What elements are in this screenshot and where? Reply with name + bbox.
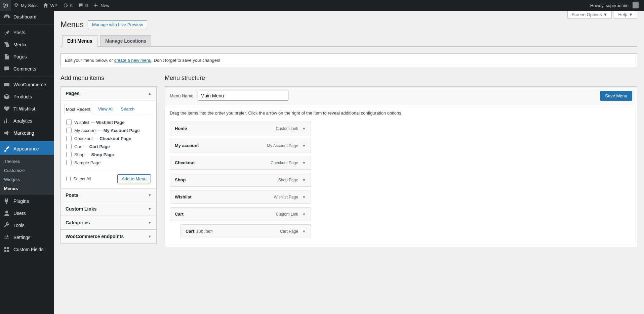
page-checklist-item[interactable]: Wishlist — Wishlist Page <box>66 118 151 126</box>
page-checklist-item[interactable]: Sample Page <box>66 159 151 167</box>
submenu-customize[interactable]: Customize <box>0 166 54 175</box>
pages-tabs: Most Recent View All Search <box>64 104 153 114</box>
menu-item[interactable]: My accountMy Account Page▼ <box>170 139 311 152</box>
comment-icon <box>78 3 83 8</box>
add-to-menu-button[interactable]: Add to Menu <box>117 174 151 183</box>
sidemenu-wishlist[interactable]: TI Wishlist <box>0 103 54 115</box>
admin-sidemenu: Dashboard Posts Media Pages Comments Woo… <box>0 11 54 314</box>
site-home[interactable]: WP <box>40 0 60 11</box>
submenu-themes[interactable]: Themes <box>0 157 54 166</box>
howdy[interactable]: Howdy, superadmin <box>588 0 641 11</box>
sidemenu-dashboard[interactable]: Dashboard <box>0 11 54 23</box>
wp-logo[interactable] <box>0 0 11 11</box>
page-checklist-item[interactable]: Checkout — Checkout Page <box>66 134 151 142</box>
tab-view-all[interactable]: View All <box>97 104 115 114</box>
chevron-down-icon[interactable]: ▼ <box>302 161 306 165</box>
sidemenu-woocommerce[interactable]: WooCommerce <box>0 77 54 91</box>
sidemenu-tools[interactable]: Tools <box>0 219 54 231</box>
box-icon <box>3 93 10 100</box>
tab-edit-menus[interactable]: Edit Menus <box>62 35 97 47</box>
plug-icon <box>3 198 10 205</box>
menu-item[interactable]: WishlistWishlist Page▼ <box>170 190 311 204</box>
menu-item[interactable]: Cartsub itemCart Page▼ <box>180 224 311 238</box>
chevron-down-icon[interactable]: ▼ <box>302 178 306 182</box>
menu-item[interactable]: ShopShop Page▼ <box>170 173 311 187</box>
page-checkbox[interactable] <box>66 144 72 149</box>
chevron-down-icon[interactable]: ▼ <box>302 195 306 199</box>
accordion-woocommerce-endpoints-toggle[interactable]: WooCommerce endpoints▼ <box>61 230 156 243</box>
sidemenu-plugins[interactable]: Plugins <box>0 195 54 207</box>
new-content[interactable]: New <box>90 0 112 11</box>
screen-options-toggle[interactable]: Screen Options ▼ <box>567 11 612 19</box>
grid-icon <box>3 246 10 253</box>
sliders-icon <box>3 234 10 241</box>
select-all[interactable]: Select All <box>66 176 91 181</box>
comments-count: 0 <box>85 3 88 8</box>
accordion-posts: Posts▼ <box>61 188 157 202</box>
submenu-menus[interactable]: Menus <box>0 184 54 193</box>
megaphone-icon <box>3 130 10 136</box>
sidemenu-appearance[interactable]: Appearance <box>0 141 54 155</box>
tab-most-recent[interactable]: Most Recent <box>64 104 92 114</box>
page-checkbox[interactable] <box>66 152 72 157</box>
menu-structure-heading: Menu structure <box>165 75 637 82</box>
accordion-categories-toggle[interactable]: Categories▼ <box>61 216 156 229</box>
chart-icon <box>3 118 10 124</box>
accordion-pages: Pages▲ Most Recent View All Search Wishl… <box>61 86 157 188</box>
menu-name-label: Menu Name <box>170 93 194 98</box>
sidemenu-label: Dashboard <box>13 14 37 19</box>
sidemenu-custom-fields[interactable]: Custom Fields <box>0 243 54 256</box>
sidemenu-settings[interactable]: Settings <box>0 231 54 243</box>
select-all-checkbox[interactable] <box>66 177 71 181</box>
chevron-up-icon: ▲ <box>148 91 152 95</box>
help-toggle[interactable]: Help ▼ <box>614 11 637 19</box>
submenu-widgets[interactable]: Widgets <box>0 175 54 184</box>
gauge-icon <box>3 13 10 20</box>
chevron-down-icon[interactable]: ▼ <box>302 229 306 233</box>
page-checkbox[interactable] <box>66 128 72 133</box>
my-sites[interactable]: My Sites <box>11 0 40 11</box>
page-checklist-item[interactable]: Shop — Shop Page <box>66 150 151 159</box>
pages-checklist: Wishlist — Wishlist PageMy account — My … <box>64 117 153 167</box>
my-sites-label: My Sites <box>21 3 38 8</box>
chevron-down-icon[interactable]: ▼ <box>302 144 306 148</box>
chevron-down-icon: ▼ <box>148 193 152 197</box>
sidemenu-analytics[interactable]: Analytics <box>0 115 54 127</box>
create-new-menu-link[interactable]: create a new menu <box>114 58 152 63</box>
tab-manage-locations[interactable]: Manage Locations <box>100 35 151 46</box>
sidemenu-pages[interactable]: Pages <box>0 51 54 63</box>
comments-adminbar[interactable]: 0 <box>75 0 90 11</box>
avatar <box>633 2 639 8</box>
sidemenu-marketing[interactable]: Marketing <box>0 127 54 139</box>
menu-name-input[interactable] <box>198 91 288 101</box>
page-checkbox[interactable] <box>66 136 72 141</box>
sidemenu-products[interactable]: Products <box>0 91 54 103</box>
sidemenu-media[interactable]: Media <box>0 39 54 51</box>
page-checkbox[interactable] <box>66 160 72 165</box>
page-checklist-item[interactable]: My account — My Account Page <box>66 126 151 134</box>
media-icon <box>3 41 10 48</box>
accordion-posts-toggle[interactable]: Posts▼ <box>61 188 156 202</box>
sidemenu-comments[interactable]: Comments <box>0 63 54 75</box>
page-checklist-item[interactable]: Cart — Cart Page <box>66 142 151 150</box>
structure-hint: Drag the items into the order you prefer… <box>170 110 632 116</box>
tab-search[interactable]: Search <box>119 104 136 114</box>
chevron-down-icon: ▼ <box>148 234 152 238</box>
accordion-custom-links-toggle[interactable]: Custom Links▼ <box>61 202 156 216</box>
save-menu-button[interactable]: Save Menu <box>600 91 632 101</box>
live-preview-button[interactable]: Manage with Live Preview <box>88 20 147 29</box>
page-checkbox[interactable] <box>66 120 72 125</box>
admin-bar: My Sites WP 6 0 New Howdy, superadmin <box>0 0 644 11</box>
chevron-down-icon: ▼ <box>629 12 633 17</box>
chevron-down-icon[interactable]: ▼ <box>302 212 306 216</box>
menu-item[interactable]: HomeCustom Link▼ <box>170 122 311 135</box>
menu-item[interactable]: CheckoutCheckout Page▼ <box>170 156 311 170</box>
menu-item[interactable]: CartCustom Link▼ <box>170 207 311 221</box>
sidemenu-posts[interactable]: Posts <box>0 25 54 39</box>
sidemenu-users[interactable]: Users <box>0 207 54 219</box>
chevron-down-icon[interactable]: ▼ <box>302 127 306 131</box>
updates[interactable]: 6 <box>60 0 75 11</box>
howdy-label: Howdy, superadmin <box>590 3 629 8</box>
network-icon <box>13 3 19 8</box>
accordion-pages-toggle[interactable]: Pages▲ <box>61 87 156 100</box>
